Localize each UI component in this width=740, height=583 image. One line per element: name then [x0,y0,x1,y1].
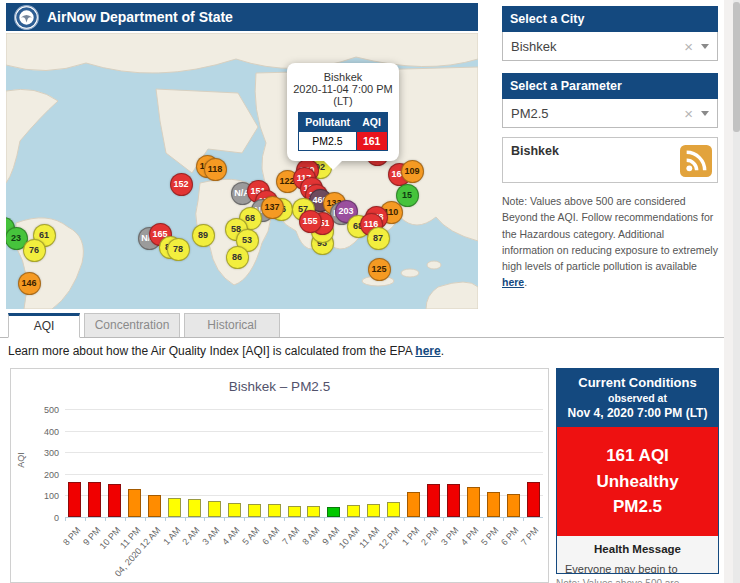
map-marker[interactable]: 125 [368,258,391,281]
chart-bar[interactable] [407,492,420,517]
chart-title: Bishkek – PM2.5 [11,379,548,394]
popup-aqi-value: 161 [356,132,387,151]
chart-y-tick-label: 200 [44,470,59,480]
chart-bar[interactable] [108,484,121,517]
world-map[interactable]: 236176146116118152N/A165837889N/A151152N… [6,33,478,309]
popup-col-pollutant: Pollutant [299,113,356,132]
chart-bar[interactable] [228,503,241,517]
chart-bar[interactable] [288,506,301,517]
popup-timezone: (LT) [293,95,393,107]
chart-plot-area: 01002003004005008 PM9 PM10 PM11 PM04, 20… [65,409,543,517]
chart-x-tick [523,517,524,521]
parameter-select[interactable]: PM2.5 × [502,99,718,128]
conditions-aqi-value: 161 AQI [561,443,714,469]
chart-bar[interactable] [68,482,81,517]
chart-bar[interactable] [268,504,281,517]
map-marker[interactable]: 155 [299,210,322,233]
chart-x-tick [424,517,425,521]
chart-bar[interactable] [327,507,340,517]
chart-x-tick [304,517,305,521]
tab-historical[interactable]: Historical [184,313,280,337]
chart-x-tick [264,517,265,521]
chart-x-tick [105,517,106,521]
map-marker[interactable]: 76 [23,239,46,262]
chart-x-tick [503,517,504,521]
map-marker[interactable]: 87 [367,227,390,250]
aqi-chart-panel: Bishkek – PM2.5 AQI 01002003004005008 PM… [10,368,549,583]
chart-x-tick [185,517,186,521]
chart-bar[interactable] [128,489,141,517]
parameter-chevron-down-icon[interactable] [701,111,709,116]
current-conditions-panel: Current Conditions observed at Nov 4, 20… [556,368,719,574]
chart-x-tick [284,517,285,521]
chart-bar[interactable] [248,504,261,517]
parameter-clear-icon[interactable]: × [684,105,693,122]
chart-bar[interactable] [507,494,520,517]
app-title: AirNow Department of State [47,9,233,25]
tab-aqi[interactable]: AQI [8,313,80,338]
learn-more-link[interactable]: here [415,344,440,358]
chart-bar[interactable] [168,498,181,517]
chart-y-tick-label: 500 [44,405,59,415]
chart-gridline [65,431,543,432]
chart-bar[interactable] [307,506,320,517]
page: AirNow Department of State 2361761461161… [0,0,740,583]
map-marker[interactable]: 152 [170,173,193,196]
chart-bar[interactable] [387,502,400,517]
health-message-text: Everyone may begin to experience health … [565,561,710,575]
chart-gridline [65,474,543,475]
scrollbar-thumb[interactable] [733,2,740,132]
chart-bar[interactable] [88,482,101,517]
learn-more-end: . [441,344,444,358]
chart-x-tick [224,517,225,521]
sidebar-note-link[interactable]: here [502,276,524,288]
chart-bar[interactable] [427,484,440,517]
chart-x-tick [204,517,205,521]
map-marker[interactable]: 146 [18,272,41,295]
chart-gridline [65,452,543,453]
parameter-select-value: PM2.5 [511,106,684,121]
city-select[interactable]: Bishkek × [502,32,718,61]
map-marker[interactable]: 109 [401,160,424,183]
conditions-title: Current Conditions [561,375,714,390]
chart-bar[interactable] [188,499,201,517]
chart-x-tick [344,517,345,521]
parameter-select-header: Select a Parameter [502,73,718,99]
chart-x-tick [384,517,385,521]
rss-icon[interactable] [680,145,712,177]
conditions-header: Current Conditions observed at Nov 4, 20… [557,369,718,427]
popup-col-aqi: AQI [356,113,387,132]
chart-bar[interactable] [148,495,161,517]
conditions-subtitle: observed at [561,392,714,404]
tab-concentration[interactable]: Concentration [84,313,180,337]
sidebar-note-end: . [524,276,527,288]
chart-x-tick [404,517,405,521]
chart-y-tick-label: 100 [44,491,59,501]
chart-bar[interactable] [208,501,221,517]
map-marker[interactable]: 86 [226,246,249,269]
city-select-header: Select a City [502,6,718,32]
chart-x-tick [463,517,464,521]
city-clear-icon[interactable]: × [684,38,693,55]
sidebar-note-text: Note: Values above 500 are considered Be… [502,195,718,272]
chart-x-tick [165,517,166,521]
city-chevron-down-icon[interactable] [701,44,709,49]
map-marker[interactable]: 118 [204,158,227,181]
chart-y-tick-label: 0 [54,513,59,523]
map-marker[interactable]: 15 [396,184,419,207]
chart-bar[interactable] [487,492,500,517]
chart-bar[interactable] [347,505,360,517]
conditions-pollutant: PM2.5 [561,494,714,520]
chart-x-tick [125,517,126,521]
map-marker[interactable]: 78 [167,238,190,261]
chart-bar[interactable] [367,504,380,517]
map-marker[interactable]: 89 [192,224,215,247]
chart-bar[interactable] [527,482,540,517]
chart-x-tick [65,517,66,521]
app-header: AirNow Department of State [6,3,478,31]
chart-bar[interactable] [447,484,460,517]
chart-x-tick [324,517,325,521]
chart-bar[interactable] [467,487,480,517]
sidebar-note: Note: Values above 500 are considered Be… [502,193,718,291]
map-marker[interactable]: 137 [261,196,284,219]
